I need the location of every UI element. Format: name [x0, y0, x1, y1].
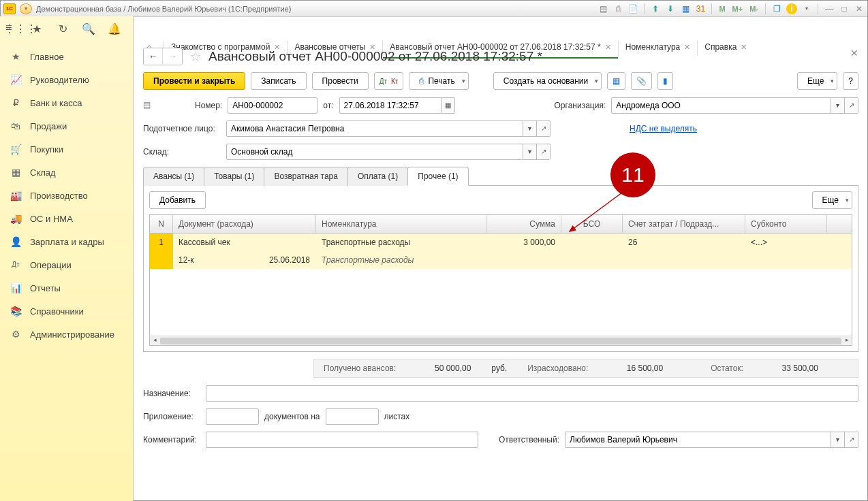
col-subconto[interactable]: Субконто [745, 215, 827, 233]
dropdown-icon[interactable]: ▾ [831, 432, 845, 448]
close-form-icon[interactable]: ✕ [850, 48, 858, 59]
info-icon[interactable]: i [786, 3, 797, 14]
star-outline-icon[interactable]: ☆ [189, 48, 202, 65]
back-button[interactable]: ← [144, 48, 163, 65]
sidebar-item-manager[interactable]: 📈Руководителю [0, 68, 133, 91]
favorite-icon[interactable]: ★ [30, 22, 44, 36]
sidebar-item-warehouse[interactable]: ▦Склад [0, 161, 133, 184]
help-button[interactable]: ? [843, 72, 858, 90]
mminus-button[interactable]: M- [748, 5, 760, 13]
col-bso[interactable]: БСО [561, 215, 623, 233]
from-label: от: [323, 101, 333, 110]
sheets-count-input[interactable] [326, 408, 379, 425]
open-icon[interactable]: ↗ [845, 432, 858, 448]
forward-button[interactable]: → [163, 48, 182, 65]
open-icon[interactable]: ↗ [537, 144, 551, 160]
scroll-right-icon[interactable]: ▸ [842, 336, 852, 346]
toolbar-btn-1[interactable]: ▦ [607, 72, 625, 90]
sidebar-item-bank[interactable]: ₽Банк и касса [0, 91, 133, 114]
toolbar-btn-2[interactable]: ▮ [657, 72, 673, 90]
subtab-tare[interactable]: Возвратная тара [264, 167, 348, 186]
sidebar-item-label: Производство [30, 191, 88, 201]
subtab-goods[interactable]: Товары (1) [204, 167, 264, 186]
calendar-picker-icon[interactable]: ▦ [441, 97, 455, 114]
nav-buttons: ← → [143, 48, 183, 65]
post-button[interactable]: Провести [312, 72, 369, 90]
star-icon: ★ [10, 50, 22, 63]
open-icon[interactable]: ↗ [537, 120, 551, 137]
close-window-icon[interactable]: ✕ [854, 3, 865, 14]
more-button[interactable]: Еще▾ [797, 72, 837, 90]
org-input[interactable] [611, 97, 831, 114]
number-input[interactable] [228, 97, 317, 114]
create-based-button[interactable]: Создать на основании▾ [493, 72, 602, 90]
print-icon[interactable]: ⎙ [613, 3, 623, 14]
sidebar-item-main[interactable]: ★Главное [0, 45, 133, 68]
info-dropdown[interactable]: ▾ [801, 3, 812, 14]
sidebar-item-label: Покупки [30, 144, 63, 155]
titlebar-icon-3[interactable]: ⬆ [650, 3, 661, 14]
scroll-thumb[interactable] [160, 338, 841, 344]
subtab-payment[interactable]: Оплата (1) [347, 167, 408, 186]
table-more-button[interactable]: Еще▾ [812, 191, 852, 209]
titlebar-icon-1[interactable]: ▤ [598, 3, 608, 14]
mplus-button[interactable]: M+ [731, 5, 745, 13]
dropdown-icon[interactable]: ▾ [831, 97, 845, 114]
date-input[interactable] [339, 97, 441, 114]
col-account[interactable]: Счет затрат / Подразд... [623, 215, 745, 233]
comment-input[interactable] [206, 432, 478, 448]
add-button[interactable]: Добавить [149, 191, 206, 209]
search-icon[interactable]: 🔍 [82, 22, 95, 36]
nds-link[interactable]: НДС не выделять [630, 124, 697, 133]
subtab-advances[interactable]: Авансы (1) [143, 167, 204, 186]
sidebar-item-references[interactable]: 📚Справочники [0, 300, 133, 323]
window-icon[interactable]: ❐ [771, 3, 782, 14]
titlebar-icon-4[interactable]: ⬇ [665, 3, 676, 14]
print-button[interactable]: ⎙Печать▾ [409, 72, 468, 90]
sidebar-item-admin[interactable]: ⚙Администрирование [0, 323, 133, 346]
sidebar-item-reports[interactable]: 📊Отчеты [0, 276, 133, 300]
dropdown-icon[interactable]: ▾ [523, 144, 537, 160]
sub-tabs: Авансы (1) Товары (1) Возвратная тара Оп… [143, 166, 858, 186]
col-n[interactable]: N [150, 215, 173, 233]
table-row[interactable]: 12-к25.06.2018 Транспортные расходы [150, 251, 852, 269]
sidebar-item-purchases[interactable]: 🛒Покупки [0, 138, 133, 161]
bell-icon[interactable]: 🔔 [108, 22, 121, 36]
col-sum[interactable]: Сумма [486, 215, 561, 233]
maximize-icon[interactable]: □ [839, 3, 850, 14]
calendar-icon[interactable]: 31 [695, 3, 706, 14]
calc-icon[interactable]: ▦ [680, 3, 691, 14]
titlebar-dropdown[interactable]: ▾ [20, 3, 32, 14]
table-row[interactable]: 1 Кассовый чек Транспортные расходы 3 00… [150, 233, 852, 251]
sidebar-item-sales[interactable]: 🛍Продажи [0, 114, 133, 138]
history-icon[interactable]: ↻ [56, 22, 69, 36]
person-input[interactable] [226, 120, 523, 137]
dropdown-icon[interactable]: ▾ [523, 120, 537, 137]
scroll-left-icon[interactable]: ◂ [150, 336, 159, 346]
minimize-icon[interactable]: — [824, 3, 835, 14]
sidebar-item-salary[interactable]: 👤Зарплата и кадры [0, 230, 133, 253]
docs-count-input[interactable] [206, 408, 259, 425]
write-button[interactable]: Записать [251, 72, 306, 90]
warehouse-input[interactable] [226, 144, 523, 160]
sidebar-item-assets[interactable]: 🚚ОС и НМА [0, 207, 133, 230]
rest-label: Остаток: [711, 363, 743, 373]
post-and-close-button[interactable]: Провести и закрыть [143, 72, 245, 90]
responsible-input[interactable] [565, 432, 831, 448]
attach-button[interactable]: 📎 [631, 72, 652, 90]
purpose-input[interactable] [206, 385, 858, 402]
m-button[interactable]: M [717, 5, 726, 13]
sidebar-item-production[interactable]: 🏭Производство [0, 184, 133, 207]
responsible-label: Ответственный: [499, 435, 559, 445]
sidebar-item-operations[interactable]: ДтОперации [0, 253, 133, 276]
open-icon[interactable]: ↗ [845, 97, 858, 114]
apps-icon[interactable]: ⋮⋮⋮ [4, 22, 18, 36]
horizontal-scrollbar[interactable]: ◂ ▸ [150, 336, 852, 345]
col-nomenclature[interactable]: Номенклатура [316, 215, 486, 233]
dtkt-button[interactable]: ДтКт [374, 72, 404, 90]
subtab-other[interactable]: Прочее (1) [407, 167, 468, 186]
spent-label: Израсходовано: [527, 363, 588, 373]
dt-icon: Дт [10, 259, 22, 271]
titlebar-icon-2[interactable]: 📄 [627, 3, 638, 14]
col-document[interactable]: Документ (расхода) [173, 215, 316, 233]
